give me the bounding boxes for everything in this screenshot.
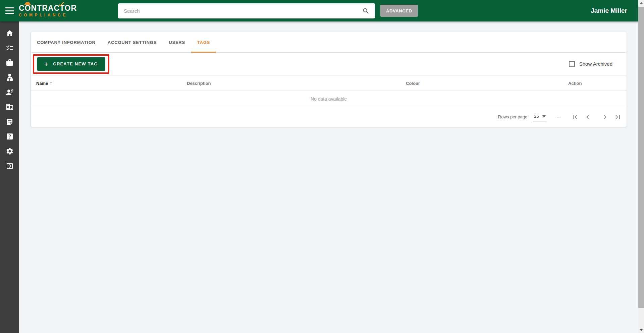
pagination-bar: Rows per page 25 – [31, 107, 627, 126]
create-new-tag-label: CREATE NEW TAG [53, 61, 98, 66]
check-mark-icon: ✓ [58, 0, 66, 8]
sidebar-item-help[interactable] [0, 129, 19, 144]
last-page-icon [614, 113, 622, 121]
pagination-nav [571, 113, 622, 121]
show-archived-checkbox[interactable] [569, 61, 575, 67]
sidebar-item-companies[interactable] [0, 100, 19, 114]
hard-hat-icon [25, 2, 30, 5]
sidebar-item-logout[interactable] [0, 159, 19, 173]
sidebar-item-documents[interactable] [0, 114, 19, 129]
column-header-colour[interactable]: Colour [406, 75, 420, 91]
sidebar-item-home[interactable] [0, 26, 19, 41]
show-archived-control[interactable]: Show Archived [569, 61, 612, 67]
tab-tags[interactable]: TAGS [191, 32, 216, 52]
tags-toolbar: + CREATE NEW TAG Show Archived [31, 53, 627, 75]
tags-table-header: Name ↑ Description Colour Action [31, 75, 627, 91]
logo-line-1: CONTRACTOR ✓ [19, 4, 77, 12]
help-icon [6, 132, 14, 141]
scrollbar-thumb[interactable] [638, 7, 644, 308]
column-header-action[interactable]: Action [568, 75, 582, 91]
org-chart-icon [6, 73, 14, 81]
logout-icon [6, 162, 14, 170]
column-header-description[interactable]: Description [187, 75, 211, 91]
chevron-right-icon [601, 113, 609, 121]
page-scrollbar[interactable] [638, 0, 644, 333]
tab-company-information[interactable]: COMPANY INFORMATION [31, 32, 102, 52]
empty-table-message: No data available [31, 91, 627, 107]
sort-ascending-icon: ↑ [50, 80, 52, 86]
next-page-button[interactable] [601, 113, 609, 121]
search-input[interactable] [118, 8, 362, 14]
page-range-label: – [557, 114, 559, 119]
logo-line-2: COMPLIANCE [19, 13, 77, 17]
settings-card: COMPANY INFORMATION ACCOUNT SETTINGS USE… [31, 32, 627, 127]
hamburger-menu-icon[interactable] [5, 7, 14, 14]
main-content: COMPANY INFORMATION ACCOUNT SETTINGS USE… [19, 21, 638, 333]
sidebar-item-org-chart[interactable] [0, 70, 19, 85]
plus-icon: + [44, 61, 48, 67]
scroll-down-icon[interactable] [638, 327, 644, 333]
rows-per-page-value: 25 [534, 114, 539, 119]
search-box [118, 3, 375, 18]
tab-users[interactable]: USERS [163, 32, 191, 52]
building-icon [6, 103, 14, 111]
app-logo: CONTRACTOR ✓ COMPLIANCE [19, 4, 77, 17]
briefcase-icon [6, 59, 14, 67]
tab-account-settings[interactable]: ACCOUNT SETTINGS [102, 32, 163, 52]
tab-bar: COMPANY INFORMATION ACCOUNT SETTINGS USE… [31, 32, 627, 53]
sidebar-item-jobs[interactable] [0, 55, 19, 70]
search-icon[interactable] [362, 7, 370, 15]
home-icon [6, 29, 14, 37]
chevron-down-icon [542, 115, 546, 117]
settings-gear-icon [6, 147, 14, 155]
sidebar-item-settings[interactable] [0, 144, 19, 159]
annotation-highlight: + CREATE NEW TAG [33, 54, 109, 74]
column-header-name[interactable]: Name ↑ [36, 75, 52, 91]
show-archived-label: Show Archived [579, 61, 612, 67]
rows-per-page-label: Rows per page [498, 114, 527, 119]
sidebar-item-tasks[interactable] [0, 41, 19, 55]
sidebar-item-contractors[interactable] [0, 85, 19, 100]
last-page-button[interactable] [614, 113, 622, 121]
advanced-search-button[interactable]: ADVANCED [380, 5, 418, 17]
chevron-left-icon [584, 113, 592, 121]
worker-icon [6, 88, 14, 96]
first-page-icon [571, 113, 579, 121]
first-page-button[interactable] [571, 113, 579, 121]
scroll-up-icon[interactable] [638, 0, 644, 6]
previous-page-button[interactable] [584, 113, 592, 121]
document-icon [6, 118, 14, 126]
create-new-tag-button[interactable]: + CREATE NEW TAG [37, 57, 105, 71]
rows-per-page-select[interactable]: 25 [533, 112, 546, 121]
checklist-icon [6, 44, 14, 52]
user-name[interactable]: Jamie Miller [591, 0, 627, 21]
sidebar-nav [0, 21, 19, 333]
app-header: CONTRACTOR ✓ COMPLIANCE ADVANCED Jamie M… [0, 0, 638, 21]
